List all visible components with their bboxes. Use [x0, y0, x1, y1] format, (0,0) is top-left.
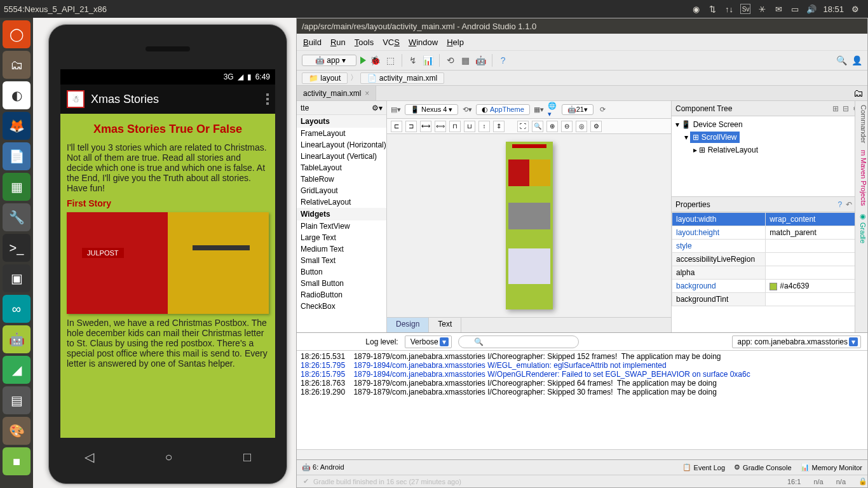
tree-device-screen[interactable]: ▾ 📱 Device Screen	[675, 119, 864, 130]
palette-item[interactable]: Plain TextView	[297, 220, 386, 232]
design-canvas[interactable]	[387, 134, 671, 317]
tab-event-log[interactable]: 📋 Event Log	[682, 463, 726, 471]
prop-key[interactable]: backgroundTint	[672, 293, 766, 306]
align-tool-3[interactable]: ⟷	[420, 121, 431, 132]
nav-back-icon[interactable]: ◁	[85, 449, 94, 464]
session-icon[interactable]: ⚙	[850, 4, 860, 14]
launcher-arduino-icon[interactable]: ∞	[3, 295, 31, 323]
palette-item[interactable]: RadioButton	[297, 289, 386, 301]
palette-item[interactable]: FrameLayout	[297, 128, 386, 139]
app-launcher-icon[interactable]: ☃	[67, 90, 85, 108]
api-selector[interactable]: 🤖21▾	[562, 104, 593, 115]
launcher-app-icon[interactable]: ■	[3, 447, 31, 475]
app-scroll-content[interactable]: Xmas Stories True Or False I'll tell you…	[60, 114, 275, 438]
prop-value[interactable]: match_parent	[766, 226, 867, 240]
menu-build[interactable]: Build	[303, 37, 322, 47]
palette-item[interactable]: LinearLayout (Vertical)	[297, 151, 386, 162]
side-tab-gradle[interactable]: ◉ Gradle	[855, 212, 867, 243]
project-structure-icon[interactable]: ▦	[460, 55, 471, 66]
launcher-chrome-icon[interactable]: ◐	[3, 81, 31, 109]
breadcrumb-file[interactable]: 📄 activity_main.xml	[360, 72, 444, 84]
overflow-menu-icon[interactable]	[266, 93, 269, 105]
launcher-firefox-icon[interactable]: 🦊	[3, 112, 31, 140]
properties-table[interactable]: layout:widthwrap_contentlayout:heightmat…	[672, 212, 867, 306]
globe-icon[interactable]: 🌐▾	[548, 105, 558, 115]
locale-icon[interactable]: ▦▾	[534, 105, 544, 115]
tab-text[interactable]: Text	[429, 318, 461, 332]
nav-recents-icon[interactable]: □	[243, 450, 251, 464]
user-icon[interactable]: 👤	[851, 55, 862, 66]
palette-item[interactable]: Small Button	[297, 278, 386, 289]
help-icon[interactable]: ?	[498, 55, 509, 66]
launcher-dash-icon[interactable]: ◯	[3, 20, 31, 48]
prop-key[interactable]: background	[672, 280, 766, 293]
theme-selector[interactable]: ◐ AppTheme	[476, 104, 529, 115]
palette-item[interactable]: RelativeLayout	[297, 196, 386, 208]
device-selector[interactable]: 📱 Nexus 4 ▾	[405, 104, 458, 115]
launcher-files-icon[interactable]: 🗂	[3, 51, 31, 79]
avd-manager-icon[interactable]: ↯	[407, 55, 419, 66]
side-tab-commander[interactable]: Commander	[855, 105, 867, 144]
prop-key[interactable]: layout:height	[672, 226, 766, 240]
launcher-writer-icon[interactable]: 📄	[3, 142, 31, 170]
nav-home-icon[interactable]: ○	[165, 450, 172, 464]
zoom-in-icon[interactable]: ⊕	[546, 121, 558, 132]
menu-run[interactable]: Run	[330, 37, 346, 47]
side-tab-maven[interactable]: m Maven Projects	[855, 150, 867, 206]
prop-value[interactable]: #a4c639	[766, 280, 867, 293]
bluetooth-icon[interactable]: ⚹	[757, 4, 767, 14]
dropbox-icon[interactable]: ⇅	[707, 4, 717, 14]
prop-key[interactable]: accessibilityLiveRegion	[672, 253, 766, 266]
menu-window[interactable]: Window	[409, 37, 438, 47]
launcher-terminal-icon[interactable]: >_	[3, 234, 31, 262]
tree-expand-icon[interactable]: ⊞	[832, 104, 839, 113]
align-tool-7[interactable]: ↕	[478, 121, 490, 132]
volume-icon[interactable]: 🔊	[806, 4, 817, 14]
align-tool-5[interactable]: ⊓	[449, 121, 461, 132]
component-tree[interactable]: ▾ 📱 Device Screen ▾ ⊞ ScrollView ▸ ⊞ Rel…	[672, 116, 867, 196]
tool-icon-1[interactable]: ⬚	[385, 55, 397, 66]
debug-icon[interactable]: 🐞	[370, 55, 381, 66]
tab-gradle-console[interactable]: ⚙ Gradle Console	[734, 463, 791, 471]
logcat-search-input[interactable]: 🔍	[458, 336, 579, 348]
search-icon[interactable]: 🔍	[836, 55, 847, 66]
sync-icon[interactable]: ⟲	[445, 55, 456, 66]
palette-item[interactable]: LinearLayout (Horizontal)	[297, 139, 386, 151]
breadcrumb-layout[interactable]: 📁 layout	[302, 72, 348, 84]
prop-value[interactable]: wrap_content	[766, 213, 867, 226]
tree-relativelayout[interactable]: ▸ ⊞ RelativeLayout	[675, 144, 864, 156]
tab-android[interactable]: 🤖 6: Android	[302, 463, 344, 471]
logcat-filter-selector[interactable]: app: com.janebabra.xmasstories	[732, 336, 861, 348]
palette-item[interactable]: Large Text	[297, 232, 386, 243]
tab-design[interactable]: Design	[387, 318, 429, 332]
props-help-icon[interactable]: ?	[837, 200, 842, 209]
zoom-fit-icon[interactable]: ⛶	[517, 121, 529, 132]
refresh-icon[interactable]: ⟳	[597, 105, 607, 115]
tree-collapse-icon[interactable]: ⊟	[843, 104, 849, 113]
palette-gear-icon[interactable]: ⚙▾	[372, 104, 383, 112]
menu-tools[interactable]: Tools	[355, 37, 374, 47]
run-button-icon[interactable]	[360, 57, 366, 64]
prop-value[interactable]	[766, 253, 867, 266]
commander-tab-icon[interactable]: 🗂	[850, 86, 867, 100]
design-view-icon[interactable]: ▤▾	[391, 105, 401, 115]
layout-preview[interactable]	[506, 142, 553, 309]
launcher-calculator-icon[interactable]: ▤	[3, 386, 31, 414]
menu-help[interactable]: Help	[447, 37, 464, 47]
launcher-calc-icon[interactable]: ▦	[3, 173, 31, 201]
file-tab-activity-main[interactable]: activity_main.xml ×	[297, 86, 376, 100]
menu-vcs[interactable]: VCS	[383, 37, 400, 47]
tree-scrollview[interactable]: ▾ ⊞ ScrollView	[675, 130, 864, 144]
prop-key[interactable]: style	[672, 240, 766, 253]
tab-memory-monitor[interactable]: 📊 Memory Monitor	[801, 463, 862, 471]
emulator-screen[interactable]: 3G ◢ ▮ 6:49 ☃ Xmas Stories Xmas Stories …	[60, 69, 275, 438]
palette-item[interactable]: CheckBox	[297, 301, 386, 312]
launcher-workspace-icon[interactable]: ▣	[3, 264, 31, 292]
network-icon[interactable]: ↑↓	[724, 4, 734, 14]
palette-item[interactable]: Medium Text	[297, 243, 386, 255]
align-tool-2[interactable]: ⊐	[405, 121, 417, 132]
palette-item[interactable]: TableLayout	[297, 162, 386, 173]
mail-icon[interactable]: ✉	[773, 4, 783, 14]
battery-icon[interactable]: ▭	[790, 4, 800, 14]
prop-value[interactable]	[766, 293, 867, 306]
